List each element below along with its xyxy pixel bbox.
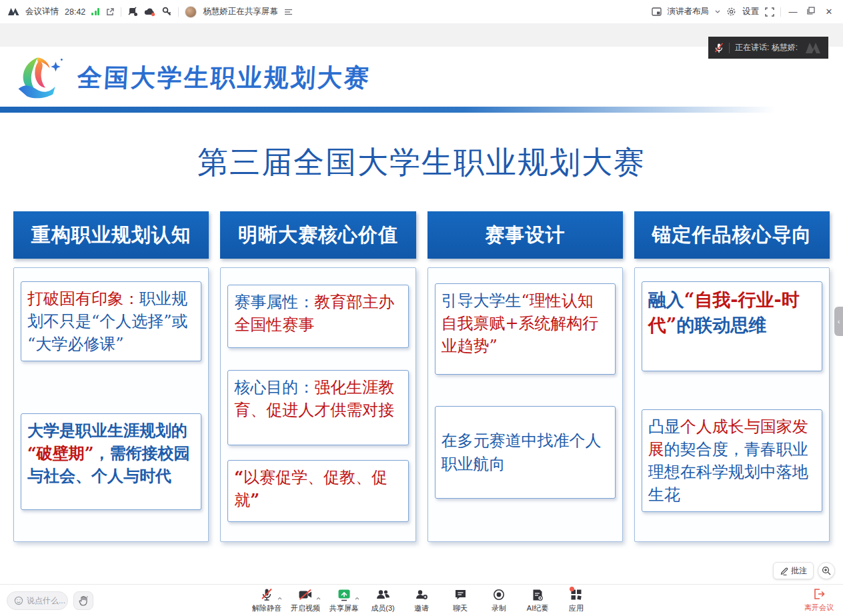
mic-off-icon [261, 588, 273, 602]
chat-icon [454, 588, 467, 602]
unmute-button[interactable]: 解除静音 [250, 588, 283, 613]
column-header: 明晰大赛核心价值 [220, 211, 415, 259]
note-box: 凸显个人成长与国家发展的契合度，青春职业理想在科学规划中落地生花 [642, 409, 822, 512]
cloud-record-status-icon[interactable] [144, 7, 156, 17]
note-box: 引导大学生“理性认知自我禀赋+系统解构行业趋势” [435, 283, 616, 375]
raise-hand-button[interactable] [73, 591, 93, 610]
settings-gear-icon [726, 7, 736, 17]
column-core-value: 明晰大赛核心价值 赛事属性：教育部主办全国性赛事 核心目的：强化生涯教育、促进人… [220, 211, 415, 542]
invite-icon [415, 588, 428, 602]
meeting-details-label[interactable]: 会议详情 [25, 6, 59, 17]
layout-icon [652, 7, 662, 16]
annotate-button[interactable]: 批注 [773, 562, 814, 579]
slide-title: 第三届全国大学生职业规划大赛 [0, 142, 843, 183]
audio-muted-status-icon[interactable] [127, 7, 138, 17]
chevron-up-icon[interactable] [355, 593, 359, 601]
competition-logo-icon [12, 55, 68, 101]
note-box: 在多元赛道中找准个人职业航向 [435, 406, 616, 499]
panel-collapse-handle[interactable]: ‹ [834, 307, 843, 336]
column-rebuild-cognition: 重构职业规划认知 打破固有印象：职业规划不只是“个人选择”或“大学必修课” 大学… [13, 211, 209, 542]
column-work-orientation: 锚定作品核心导向 融入“自我-行业-时代”的联动思维 凸显个人成长与国家发展的契… [634, 211, 830, 542]
column-body: 引导大学生“理性认知自我禀赋+系统解构行业趋势” 在多元赛道中找准个人职业航向 [428, 267, 623, 542]
sharing-status-label: 杨慧娇正在共享屏幕 [203, 6, 278, 17]
column-header: 锚定作品核心导向 [634, 211, 830, 259]
column-body: 赛事属性：教育部主办全国性赛事 核心目的：强化生涯教育、促进人才供需对接 “以赛… [220, 267, 415, 542]
members-icon [376, 588, 390, 602]
security-key-status-icon[interactable] [162, 7, 172, 17]
settings-button[interactable]: 设置 [742, 6, 759, 17]
ai-notes-button[interactable]: AI纪要 [521, 588, 554, 613]
column-body: 打破固有印象：职业规划不只是“个人选择”或“大学必修课” 大学是职业生涯规划的“… [13, 267, 209, 542]
chevron-down-icon[interactable] [715, 10, 720, 13]
meeting-app-logo-icon [8, 7, 19, 16]
presenter-avatar [185, 6, 197, 18]
columns-container: 重构职业规划认知 打破固有印象：职业规划不只是“个人选择”或“大学必修课” 大学… [0, 211, 843, 542]
note-box: 融入“自我-行业-时代”的联动思维 [642, 281, 822, 371]
titlebar-divider [121, 7, 121, 17]
watermark-logo-icon [804, 40, 824, 57]
close-icon[interactable]: ✕ [823, 7, 835, 17]
share-screen-button[interactable]: 共享屏幕 [327, 588, 361, 613]
titlebar-divider [780, 7, 781, 17]
competition-logo-text: 全国大学生职业规划大赛 [77, 61, 372, 95]
speaking-indicator-overlay: 正在讲话: 杨慧娇: [708, 37, 828, 59]
note-box: 大学是职业生涯规划的“破壁期”，需衔接校园与社会、个人与时代 [21, 413, 201, 510]
speaking-label: 正在讲话: 杨慧娇: [735, 42, 798, 53]
column-header: 重构职业规划认知 [13, 211, 209, 259]
titlebar-divider [178, 7, 179, 17]
chevron-up-icon[interactable] [277, 593, 282, 601]
minimize-button[interactable]: — [787, 7, 799, 17]
network-signal-icon [91, 8, 99, 15]
start-video-button[interactable]: 开启视频 [289, 588, 322, 613]
speaker-layout-button[interactable]: 演讲者布局 [668, 6, 710, 17]
invite-button[interactable]: 邀请 [405, 588, 438, 613]
column-header: 赛事设计 [428, 211, 623, 259]
meeting-timer: 28:42 [65, 7, 85, 17]
note-box: “以赛促学、促教、促就” [227, 460, 408, 522]
meeting-titlebar: 会议详情 28:42 杨慧娇正在共享屏幕 演讲者布局 [0, 0, 843, 23]
note-box: 打破固有印象：职业规划不只是“个人选择”或“大学必修课” [21, 281, 201, 361]
emoji-icon[interactable] [14, 596, 23, 605]
column-event-design: 赛事设计 引导大学生“理性认知自我禀赋+系统解构行业趋势” 在多元赛道中找准个人… [428, 211, 623, 542]
notification-badge [570, 587, 574, 591]
apps-icon [570, 588, 582, 602]
header-divider-bar [0, 107, 843, 113]
annotate-label: 批注 [791, 565, 807, 577]
ai-notes-icon [532, 588, 544, 602]
chat-button[interactable]: 聊天 [444, 588, 477, 613]
camera-off-icon [298, 588, 313, 602]
fullscreen-icon[interactable] [765, 7, 774, 17]
pen-icon [780, 567, 788, 575]
chevron-up-icon[interactable] [316, 593, 321, 601]
chat-input-pill[interactable] [7, 591, 68, 610]
chat-input[interactable] [27, 596, 67, 605]
open-new-window-icon[interactable] [105, 7, 115, 17]
maximize-button[interactable] [805, 7, 817, 17]
members-button[interactable]: 成员(3) [366, 588, 399, 613]
note-box: 赛事属性：教育部主办全国性赛事 [227, 285, 408, 348]
shared-slide: 全国大学生职业规划大赛 第三届全国大学生职业规划大赛 重构职业规划认知 打破固有… [0, 47, 843, 584]
record-icon [493, 588, 505, 602]
leave-meeting-button[interactable]: 离开会议 [804, 588, 834, 613]
mic-muted-icon [714, 43, 724, 53]
magnifier-plus-icon[interactable] [818, 562, 835, 579]
record-button[interactable]: 录制 [482, 588, 516, 613]
note-box: 核心目的：强化生涯教育、促进人才供需对接 [227, 370, 408, 445]
meeting-toolbar: 解除静音 开启视频 共享屏幕 成员(3) 邀请 [0, 584, 843, 616]
column-body: 融入“自我-行业-时代”的联动思维 凸显个人成长与国家发展的契合度，青春职业理想… [634, 267, 830, 542]
leave-meeting-icon [813, 588, 825, 601]
apps-button[interactable]: 应用 [560, 588, 593, 613]
sharing-menu-icon[interactable] [284, 9, 293, 15]
screen-share-icon [337, 588, 351, 602]
